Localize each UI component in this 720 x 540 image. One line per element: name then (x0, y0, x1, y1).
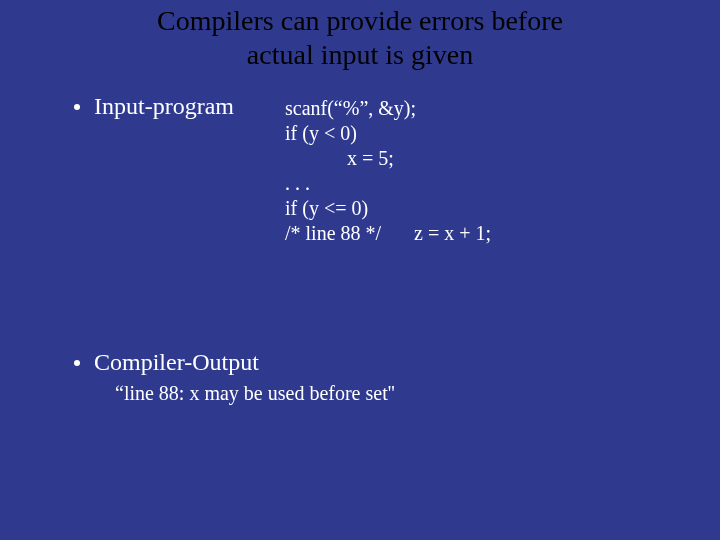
code-line: if (y < 0) (285, 121, 491, 146)
bullet-text: Compiler-Output (94, 348, 259, 377)
code-line: /* line 88 */ z = x + 1; (285, 221, 491, 246)
title-line-2: actual input is given (247, 39, 473, 70)
bullet-text: Input-program (94, 92, 234, 121)
code-block: scanf(“%”, &y); if (y < 0) x = 5; . . . … (285, 96, 491, 246)
bullet-compiler-output: Compiler-Output (74, 348, 259, 377)
compiler-output-text: “line 88: x may be used before set'' (115, 382, 395, 405)
title-line-1: Compilers can provide errors before (157, 5, 563, 36)
code-line: x = 5; (285, 146, 491, 171)
code-line: . . . (285, 171, 491, 196)
code-line: scanf(“%”, &y); (285, 96, 491, 121)
bullet-dot-icon (74, 104, 80, 110)
bullet-dot-icon (74, 360, 80, 366)
code-comment: /* line 88 */ (285, 222, 381, 244)
code-line: if (y <= 0) (285, 196, 491, 221)
code-assignment: z = x + 1; (386, 221, 491, 246)
bullet-input-program: Input-program (74, 92, 234, 121)
slide-title: Compilers can provide errors before actu… (0, 4, 720, 71)
